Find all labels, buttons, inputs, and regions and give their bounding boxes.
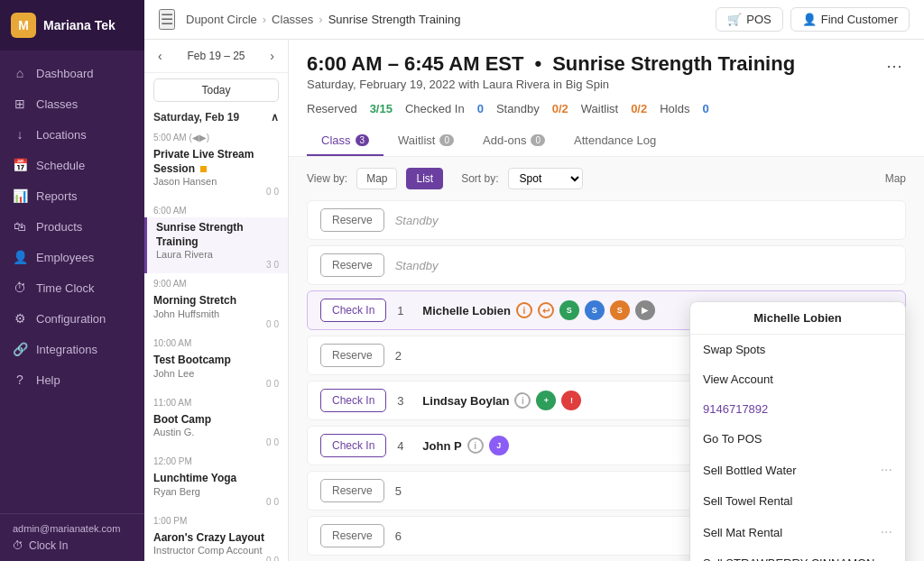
- sidebar-item-time_clock[interactable]: ⏱Time Clock: [0, 272, 144, 303]
- dropdown-view-account[interactable]: View Account: [690, 364, 905, 394]
- schedule-prev-button[interactable]: ‹: [153, 47, 167, 65]
- schedule-time-6: 1:00 PM: [144, 510, 288, 528]
- menu-icon[interactable]: ☰: [159, 9, 175, 30]
- configuration-icon: ⚙: [13, 311, 27, 326]
- clock-in-button[interactable]: ⏱ Clock In: [13, 539, 132, 552]
- class-tabs: Class 3 Waitlist 0 Add-ons 0 Attendance …: [307, 126, 906, 156]
- spot-5: 5: [395, 484, 410, 498]
- schedule-class-4[interactable]: Boot Camp Austin G. 0 0: [144, 409, 288, 452]
- schedule-class-0[interactable]: Private Live Stream Session Jason Hansen…: [144, 144, 288, 200]
- breadcrumb-classes[interactable]: Classes: [272, 13, 313, 26]
- schedule-class-instructor-0: Jason Hansen: [153, 176, 279, 187]
- tab-class-badge: 3: [356, 134, 370, 146]
- reserve-button-2[interactable]: Reserve: [320, 253, 384, 277]
- map-view-button[interactable]: Map: [356, 168, 397, 189]
- pos-button[interactable]: 🛒 POS: [716, 7, 782, 32]
- status-icon-1: ↩: [538, 302, 554, 318]
- classes-icon: ⊞: [13, 97, 27, 111]
- schedule-class-counts-0: 0 0: [153, 187, 279, 197]
- dropdown-sell-mat[interactable]: Sell Mat Rental ···: [690, 516, 905, 548]
- find-customer-button[interactable]: 👤 Find Customer: [790, 7, 910, 32]
- tab-attendance[interactable]: Attendance Log: [559, 126, 670, 156]
- schedule-time-4: 11:00 AM: [144, 392, 288, 409]
- list-view-button[interactable]: List: [406, 168, 443, 189]
- pos-icon: 🛒: [727, 13, 742, 26]
- sidebar-item-locations[interactable]: ↓Locations: [0, 119, 144, 150]
- collapse-icon[interactable]: ∧: [271, 111, 279, 124]
- swap-spots-label: Swap Spots: [703, 343, 765, 356]
- class-more-button[interactable]: ⋯: [882, 52, 906, 79]
- schedule-class-5[interactable]: Lunchtime Yoga Ryan Berg 0 0: [144, 468, 288, 510]
- dropdown-sell-strawberry[interactable]: Sell STRAWBERRY CINNAMON ROLL: [690, 548, 905, 561]
- tab-waitlist-label: Waitlist: [398, 133, 435, 147]
- class-title-row: 6:00 AM – 6:45 AM EST • Sunrise Strength…: [307, 52, 906, 97]
- stat-waitlist-value: 0/2: [631, 102, 647, 115]
- schedule-nav: ‹ Feb 19 – 25 ›: [144, 40, 288, 73]
- avatar-gray: ▶: [635, 300, 655, 320]
- stat-standby-value: 0/2: [552, 102, 568, 115]
- sell-bottled-water-label: Sell Bottled Water: [703, 464, 797, 477]
- class-header: 6:00 AM – 6:45 AM EST • Sunrise Strength…: [289, 40, 924, 157]
- standby-label-1: Standby: [395, 214, 439, 227]
- checkin-button-john[interactable]: Check In: [320, 434, 386, 457]
- sort-select[interactable]: Spot Name: [508, 168, 583, 189]
- dropdown-swap-spots[interactable]: Swap Spots: [690, 335, 905, 364]
- tab-addons-badge: 0: [531, 134, 545, 146]
- dropdown-sell-bottled-water[interactable]: Sell Bottled Water ···: [690, 454, 905, 486]
- tab-class[interactable]: Class 3: [307, 126, 383, 156]
- sidebar-item-classes[interactable]: ⊞Classes: [0, 88, 144, 119]
- dropdown-sell-towel[interactable]: Sell Towel Rental: [690, 486, 905, 516]
- schedule-date-range: Feb 19 – 25: [187, 50, 245, 62]
- schedule-time-1: 6:00 AM: [144, 200, 288, 217]
- sell-strawberry-label: Sell STRAWBERRY CINNAMON ROLL: [703, 556, 892, 561]
- schedule-class-name-5: Lunchtime Yoga: [153, 472, 279, 486]
- reserve-button-3[interactable]: Reserve: [320, 344, 384, 367]
- stat-reserved-value: 3/15: [370, 102, 393, 115]
- schedule-class-1[interactable]: Sunrise Strength Training Laura Rivera 3…: [144, 217, 288, 273]
- sidebar-item-reports[interactable]: 📊Reports: [0, 180, 144, 211]
- tab-waitlist-badge: 0: [439, 134, 454, 146]
- spot-6: 6: [395, 529, 410, 543]
- sidebar-item-help[interactable]: ?Help: [0, 364, 144, 395]
- sort-dropdown[interactable]: Spot Name: [508, 168, 583, 189]
- reserve-button-1[interactable]: Reserve: [320, 208, 384, 232]
- dots-icon-1: ···: [881, 462, 892, 478]
- reserve-button-6[interactable]: Reserve: [320, 524, 384, 547]
- sidebar-label-time_clock: Time Clock: [36, 281, 95, 295]
- tab-addons[interactable]: Add-ons 0: [468, 126, 559, 156]
- sidebar-item-integrations[interactable]: 🔗Integrations: [0, 334, 144, 364]
- roster-row: Reserve Standby: [307, 245, 906, 285]
- sidebar-item-products[interactable]: 🛍Products: [0, 211, 144, 242]
- sidebar-item-configuration[interactable]: ⚙Configuration: [0, 303, 144, 334]
- schedule-next-button[interactable]: ›: [265, 47, 279, 65]
- schedule-class-counts-5: 0 0: [153, 497, 279, 507]
- schedule-class-2[interactable]: Morning Stretch John Huffsmith 0 0: [144, 290, 288, 333]
- checkin-button-michelle[interactable]: Check In: [320, 299, 386, 322]
- checkin-button-lindsay[interactable]: Check In: [320, 389, 386, 412]
- dropdown-go-to-pos[interactable]: Go To POS: [690, 424, 905, 454]
- main-content: ☰ Dupont Circle › Classes › Sunrise Stre…: [144, 0, 924, 561]
- map-label-right: Map: [885, 172, 906, 185]
- breadcrumb-dupont[interactable]: Dupont Circle: [186, 13, 257, 26]
- spot-1: 1: [397, 304, 411, 317]
- sell-mat-label: Sell Mat Rental: [703, 526, 782, 539]
- sidebar-item-employees[interactable]: 👤Employees: [0, 242, 144, 272]
- sidebar-item-schedule[interactable]: 📅Schedule: [0, 150, 144, 180]
- tab-waitlist[interactable]: Waitlist 0: [383, 126, 468, 156]
- sidebar-logo[interactable]: M Mariana Tek: [0, 0, 144, 51]
- schedule-time-3: 10:00 AM: [144, 333, 288, 350]
- schedule-class-3[interactable]: Test Bootcamp John Lee 0 0: [144, 350, 288, 392]
- reserve-button-5[interactable]: Reserve: [320, 479, 384, 502]
- sidebar-item-dashboard[interactable]: ⌂Dashboard: [0, 58, 144, 88]
- schedule-class-name-4: Boot Camp: [153, 413, 279, 428]
- dropdown-phone[interactable]: 9146717892: [690, 394, 905, 424]
- sidebar-nav: ⌂Dashboard⊞Classes↓Locations📅Schedule📊Re…: [0, 51, 144, 513]
- class-time: 6:00 AM – 6:45 AM EST: [307, 52, 523, 76]
- view-controls: View by: Map List Sort by: Spot Name Map: [307, 168, 906, 189]
- spot-4: 4: [397, 439, 411, 453]
- tab-attendance-label: Attendance Log: [574, 133, 656, 147]
- schedule-class-counts-1: 3 0: [156, 260, 279, 270]
- schedule-class-6[interactable]: Aaron's Crazy Layout Instructor Comp Acc…: [144, 528, 288, 561]
- today-button[interactable]: Today: [153, 78, 279, 102]
- time_clock-icon: ⏱: [13, 280, 27, 295]
